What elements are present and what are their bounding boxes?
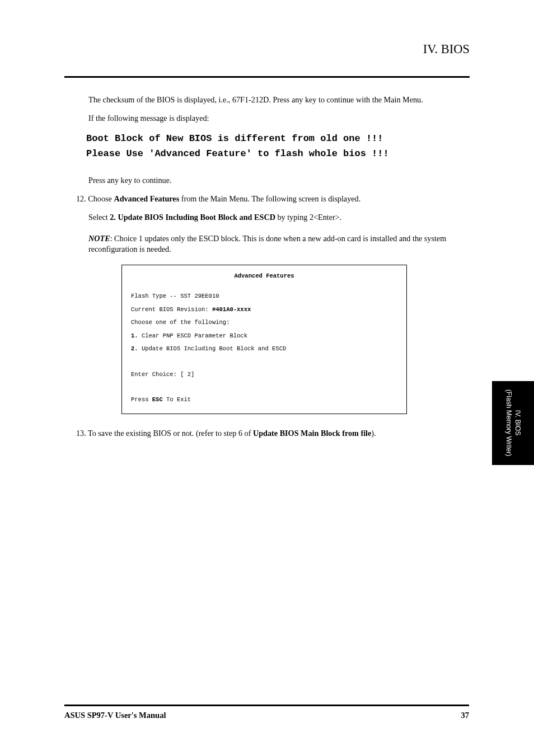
paragraph-checksum: The checksum of the BIOS is displayed, i… (64, 95, 470, 105)
update-bios-ref: Update BIOS Main Block from file (253, 429, 371, 438)
header-rule (64, 76, 470, 78)
adv-flash-type: Flash Type -- SST 29EE010 (131, 293, 397, 299)
side-tab: IV. BIOS (Flash Memory Writer) (492, 381, 534, 465)
footer-rule (64, 705, 469, 706)
paragraph-select-2: Select 2. Update BIOS Including Boot Blo… (64, 212, 470, 223)
option-2-label: 2. Update BIOS Including Boot Block and … (110, 213, 275, 222)
section-header: IV. BIOS (64, 42, 470, 57)
paragraph-step-12: 12. Choose Advanced Features from the Ma… (64, 194, 470, 204)
adv-option-1: 1. Clear PNP ESCD Parameter Block (131, 333, 397, 339)
advanced-features-box: Advanced Features Flash Type -- SST 29EE… (121, 265, 407, 414)
side-tab-line-2: (Flash Memory Writer) (504, 389, 513, 456)
adv-option-2: 2. Update BIOS Including Boot Block and … (131, 346, 397, 352)
adv-press-esc: Press ESC To Exit (131, 397, 397, 403)
advanced-features-label: Advanced Features (114, 194, 179, 203)
terminal-warning: Boot Block of New BIOS is different from… (86, 132, 470, 161)
note-paragraph: NOTE: Choice 1 updates only the ESCD blo… (64, 233, 470, 255)
adv-choose: Choose one of the following: (131, 320, 397, 326)
paragraph-step-13: 13. To save the existing BIOS or not. (r… (64, 428, 470, 439)
page-footer: ASUS SP97-V User's Manual 37 (64, 705, 469, 720)
footer-manual-title: ASUS SP97-V User's Manual (64, 711, 166, 720)
adv-enter-choice: Enter Choice: [ 2] (131, 372, 397, 378)
side-tab-line-1: IV. BIOS (513, 389, 522, 456)
note-label: NOTE (88, 234, 110, 243)
adv-revision: Current BIOS Revision: #401A0-xxxx (131, 307, 397, 313)
paragraph-press-any-key: Press any key to continue. (64, 175, 470, 186)
paragraph-if-msg: If the following message is displayed: (64, 113, 470, 124)
adv-box-title: Advanced Features (131, 273, 397, 279)
page-number: 37 (461, 711, 470, 720)
